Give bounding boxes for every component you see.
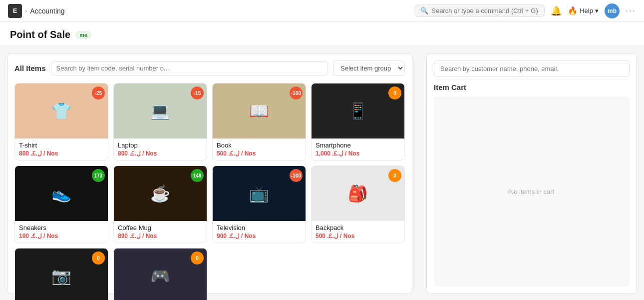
global-search-input[interactable] bbox=[431, 7, 539, 14]
stock-badge: -25 bbox=[92, 86, 105, 100]
item-card[interactable]: 🎮 0 Item 10 bbox=[113, 248, 207, 300]
nav-right: 🔍 🔔 🔥 Help ▾ mb ··· bbox=[415, 4, 636, 18]
item-info: Smartphone 1,000 .£.ل / Nos bbox=[312, 138, 404, 160]
item-info: Laptop 800 .£.ل / Nos bbox=[114, 138, 207, 160]
item-price: 1,000 .£.ل / Nos bbox=[316, 150, 400, 157]
items-grid: 👕 -25 T-shirt 800 .£.ل / Nos 💻 -15 Lapto… bbox=[14, 83, 405, 300]
stock-badge: 0 bbox=[388, 86, 401, 100]
breadcrumb-separator: › bbox=[25, 7, 27, 14]
item-price: 800 .£.ل / Nos bbox=[19, 150, 104, 157]
item-name: Sneakers bbox=[19, 224, 104, 232]
cart-empty-text: No items in cart bbox=[509, 188, 554, 196]
stock-badge: -100 bbox=[290, 169, 303, 182]
item-price: 500 .£.ل / Nos bbox=[217, 150, 302, 157]
item-image-wrap: 📖 -100 bbox=[213, 84, 306, 138]
main-layout: All Items Select item group 👕 -25 T-shir… bbox=[0, 46, 644, 300]
item-card[interactable]: 👟 173 Sneakers 100 .£.ل / Nos bbox=[14, 166, 108, 243]
items-toolbar: All Items Select item group bbox=[14, 60, 405, 76]
stock-badge: 0 bbox=[191, 252, 204, 264]
stock-badge: 0 bbox=[92, 252, 105, 264]
item-info: Backpack 500 .£.ل / Nos bbox=[312, 221, 404, 242]
item-name: Book bbox=[217, 142, 302, 149]
item-name: T-shirt bbox=[19, 142, 104, 149]
nav-left: E › Accounting bbox=[8, 4, 65, 18]
more-options-icon[interactable]: ··· bbox=[626, 6, 636, 16]
item-card[interactable]: 📺 -100 Television 900 .£.ل / Nos bbox=[212, 166, 306, 243]
item-name: Television bbox=[217, 224, 302, 232]
chevron-down-icon: ▾ bbox=[595, 7, 599, 14]
flame-icon: 🔥 bbox=[568, 6, 578, 16]
item-info: Coffee Mug 890 .£.ل / Nos bbox=[114, 221, 207, 242]
app-icon[interactable]: E bbox=[8, 4, 22, 18]
left-panel: All Items Select item group 👕 -25 T-shir… bbox=[0, 46, 419, 300]
stock-badge: 148 bbox=[191, 169, 204, 182]
breadcrumb[interactable]: Accounting bbox=[30, 7, 64, 15]
item-card[interactable]: 📖 -100 Book 500 .£.ل / Nos bbox=[212, 83, 306, 160]
item-name: Smartphone bbox=[316, 142, 400, 149]
item-group-select[interactable]: Select item group bbox=[333, 60, 405, 76]
item-card[interactable]: 👕 -25 T-shirt 800 .£.ل / Nos bbox=[14, 83, 108, 160]
page-title: Point of Sale bbox=[10, 29, 70, 40]
item-card[interactable]: 📱 0 Smartphone 1,000 .£.ل / Nos bbox=[311, 83, 405, 160]
item-price: 100 .£.ل / Nos bbox=[19, 232, 104, 240]
item-name: Laptop bbox=[118, 142, 203, 149]
cart-empty-area: No items in cart bbox=[434, 96, 630, 286]
item-price: 800 .£.ل / Nos bbox=[118, 150, 203, 157]
right-panel: Item Cart No items in cart bbox=[419, 46, 644, 300]
item-image-wrap: 🎮 0 bbox=[114, 248, 207, 300]
item-image-wrap: 📷 0 bbox=[15, 248, 108, 300]
item-card[interactable]: 📷 0 Item 9 bbox=[14, 248, 108, 300]
stock-badge: 173 bbox=[92, 169, 105, 182]
page-header: Point of Sale me bbox=[0, 22, 644, 46]
item-image-wrap: ☕ 148 bbox=[114, 166, 207, 221]
stock-badge: -100 bbox=[290, 86, 303, 100]
item-card[interactable]: ☕ 148 Coffee Mug 890 .£.ل / Nos bbox=[113, 166, 207, 243]
cart-section: Item Cart No items in cart bbox=[434, 83, 630, 286]
right-card: Item Cart No items in cart bbox=[426, 53, 637, 294]
stock-badge: 0 bbox=[388, 169, 401, 182]
item-image-wrap: 📱 0 bbox=[312, 84, 404, 138]
panel-title: All Items bbox=[14, 64, 46, 72]
notification-icon[interactable]: 🔔 bbox=[551, 6, 562, 16]
cart-title: Item Cart bbox=[434, 83, 630, 92]
global-search-bar[interactable]: 🔍 bbox=[415, 4, 545, 17]
item-image-wrap: 👟 173 bbox=[15, 166, 108, 221]
avatar[interactable]: mb bbox=[605, 4, 620, 18]
customer-search-input[interactable] bbox=[434, 60, 630, 77]
stock-badge: -15 bbox=[191, 86, 204, 100]
item-info: Book 500 .£.ل / Nos bbox=[213, 138, 306, 160]
item-image-wrap: 🎒 0 bbox=[312, 166, 404, 221]
me-badge[interactable]: me bbox=[75, 31, 91, 39]
item-info: Sneakers 100 .£.ل / Nos bbox=[15, 221, 108, 242]
item-search-input[interactable] bbox=[51, 61, 328, 76]
item-info: T-shirt 800 .£.ل / Nos bbox=[15, 138, 108, 160]
item-image-wrap: 📺 -100 bbox=[213, 166, 306, 221]
help-label: Help bbox=[580, 7, 593, 14]
item-name: Backpack bbox=[316, 224, 400, 232]
item-card[interactable]: 🎒 0 Backpack 500 .£.ل / Nos bbox=[311, 166, 405, 243]
items-panel-card: All Items Select item group 👕 -25 T-shir… bbox=[7, 53, 412, 294]
item-price: 890 .£.ل / Nos bbox=[118, 232, 203, 240]
item-name: Coffee Mug bbox=[118, 224, 203, 232]
item-info: Television 900 .£.ل / Nos bbox=[213, 221, 306, 242]
item-card[interactable]: 💻 -15 Laptop 800 .£.ل / Nos bbox=[113, 83, 207, 160]
item-image-wrap: 💻 -15 bbox=[114, 84, 207, 138]
item-price: 900 .£.ل / Nos bbox=[217, 232, 302, 240]
help-button[interactable]: 🔥 Help ▾ bbox=[568, 6, 599, 16]
top-navigation: E › Accounting 🔍 🔔 🔥 Help ▾ mb ··· bbox=[0, 0, 644, 22]
search-icon: 🔍 bbox=[420, 7, 428, 14]
item-price: 500 .£.ل / Nos bbox=[316, 232, 400, 240]
item-image-wrap: 👕 -25 bbox=[15, 84, 108, 138]
